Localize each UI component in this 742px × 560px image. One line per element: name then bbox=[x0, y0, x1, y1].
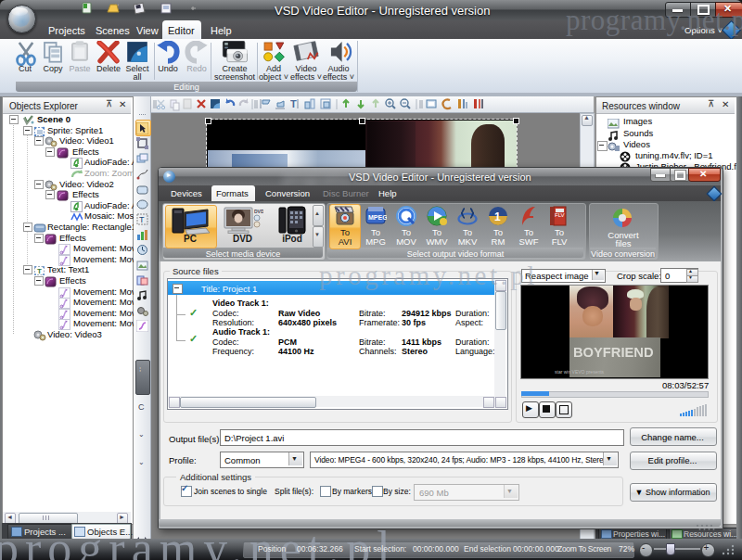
svg-text:T: T bbox=[139, 215, 145, 224]
svg-text:T: T bbox=[290, 98, 297, 109]
svg-text:1: 1 bbox=[494, 210, 501, 223]
svg-text:FLV: FLV bbox=[555, 212, 565, 218]
svg-text:DVD: DVD bbox=[254, 209, 263, 214]
svg-text:MPEG: MPEG bbox=[368, 214, 387, 221]
svg-text:T: T bbox=[37, 267, 42, 275]
